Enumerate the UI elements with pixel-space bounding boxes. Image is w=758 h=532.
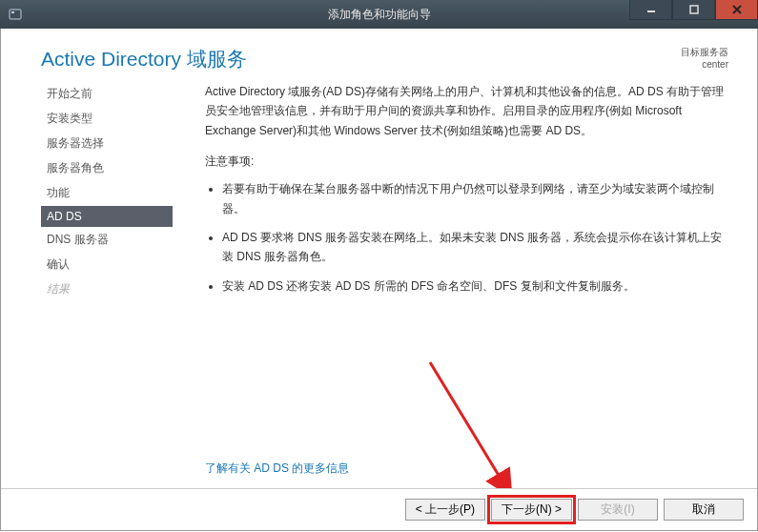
sidebar-item-dns-server[interactable]: DNS 服务器 bbox=[41, 228, 173, 252]
sidebar-item-before-you-begin[interactable]: 开始之前 bbox=[41, 82, 173, 106]
notes-list: 若要有助于确保在某台服务器中断的情况下用户仍然可以登录到网络，请至少为域安装两个… bbox=[205, 179, 728, 296]
close-button[interactable] bbox=[715, 0, 758, 20]
button-bar: < 上一步(P) 下一步(N) > 安装(I) 取消 bbox=[1, 488, 757, 530]
sidebar-item-confirmation[interactable]: 确认 bbox=[41, 253, 173, 276]
previous-button[interactable]: < 上一步(P) bbox=[405, 499, 485, 521]
minimize-button[interactable] bbox=[629, 0, 672, 20]
app-icon bbox=[8, 7, 23, 22]
maximize-button[interactable] bbox=[672, 0, 715, 20]
target-server-label: 目标服务器 bbox=[681, 46, 728, 58]
sidebar-item-server-selection[interactable]: 服务器选择 bbox=[41, 132, 173, 155]
sidebar-item-results: 结果 bbox=[41, 277, 173, 301]
window-controls bbox=[629, 0, 758, 29]
window-title: 添加角色和功能向导 bbox=[328, 7, 431, 23]
page-title: Active Directory 域服务 bbox=[41, 46, 247, 72]
wizard-sidebar: 开始之前 安装类型 服务器选择 服务器角色 功能 AD DS DNS 服务器 确… bbox=[41, 82, 173, 463]
sidebar-item-features[interactable]: 功能 bbox=[41, 181, 173, 205]
titlebar: 添加角色和功能向导 bbox=[0, 0, 758, 29]
description-text: Active Directory 域服务(AD DS)存储有关网络上的用户、计算… bbox=[205, 82, 728, 140]
sidebar-item-install-type[interactable]: 安装类型 bbox=[41, 107, 173, 131]
wizard-body: Active Directory 域服务 目标服务器 center 开始之前 安… bbox=[0, 29, 758, 531]
next-button[interactable]: 下一步(N) > bbox=[491, 499, 572, 521]
svg-rect-0 bbox=[10, 10, 21, 19]
body-section: 开始之前 安装类型 服务器选择 服务器角色 功能 AD DS DNS 服务器 确… bbox=[1, 82, 757, 463]
note-item: 安装 AD DS 还将安装 AD DS 所需的 DFS 命名空间、DFS 复制和… bbox=[222, 276, 728, 296]
cancel-button[interactable]: 取消 bbox=[664, 499, 744, 521]
learn-more-link[interactable]: 了解有关 AD DS 的更多信息 bbox=[205, 460, 349, 477]
svg-rect-3 bbox=[690, 6, 698, 13]
install-button: 安装(I) bbox=[578, 499, 658, 521]
sidebar-item-server-roles[interactable]: 服务器角色 bbox=[41, 156, 173, 180]
sidebar-item-ad-ds[interactable]: AD DS bbox=[41, 206, 173, 227]
note-item: 若要有助于确保在某台服务器中断的情况下用户仍然可以登录到网络，请至少为域安装两个… bbox=[222, 179, 728, 218]
target-server-info: 目标服务器 center bbox=[681, 46, 728, 71]
header-section: Active Directory 域服务 目标服务器 center bbox=[1, 29, 757, 82]
note-item: AD DS 要求将 DNS 服务器安装在网络上。如果未安装 DNS 服务器，系统… bbox=[222, 228, 728, 267]
main-panel: Active Directory 域服务(AD DS)存储有关网络上的用户、计算… bbox=[173, 82, 757, 463]
notes-label: 注意事项: bbox=[205, 153, 728, 170]
svg-rect-1 bbox=[11, 11, 14, 13]
target-server-name: center bbox=[681, 58, 728, 71]
